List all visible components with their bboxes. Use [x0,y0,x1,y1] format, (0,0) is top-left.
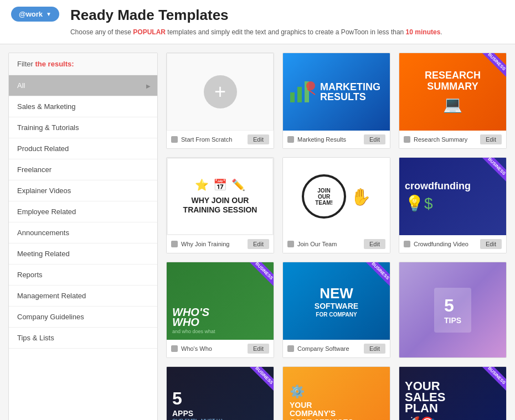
sidebar-item-guidelines[interactable]: Company Guidelines [9,307,157,328]
page-subtitle: Choose any of these POPULAR templates an… [70,27,504,37]
software-inner: NEW SOFTWAREFOR COMPANY [283,262,390,340]
card-software: BUSINESS NEW SOFTWAREFOR COMPANY Company… [282,262,390,358]
sales-rocket-icon: 🚀🎯 [405,416,435,420]
templates-grid-container: + Start From Scratch Edit [166,53,507,420]
card-scratch: + Start From Scratch Edit [166,53,274,149]
card-core-thumb: ⚙️ YOURCOMPANY'SCORE SERVICES [283,367,390,420]
card-training-title: Why Join Training [181,241,244,247]
card-apps: BUSINESS 5 APPS OUR EMPL. MUST HA... 5 M… [166,366,274,420]
card-research: BUSINESS RESEARCHSUMMARY 💻 Research Summ… [399,53,507,149]
card-apps-thumb: BUSINESS 5 APPS OUR EMPL. MUST HA... [167,367,274,420]
card-join: JOINOURTEAM! ✋ Join Our Team Edit [282,157,390,253]
play-icon-marketing [287,136,294,143]
core-gear-icon: ⚙️ [290,385,305,399]
sidebar-item-employee[interactable]: Employee Related [9,201,157,222]
calendar-icon: 📅 [213,178,227,191]
tips-box: 5 TIPS [434,288,471,333]
dropdown-arrow-icon: ▼ [46,11,51,17]
apps-word: APPS [172,409,193,418]
pencil-icon: ✏️ [231,178,245,191]
research-title: RESEARCHSUMMARY [425,70,481,92]
sidebar-item-all[interactable]: All [9,75,157,96]
play-icon [171,136,178,143]
card-core: ⚙️ YOURCOMPANY'SCORE SERVICES Core Servi… [282,366,390,420]
marketing-icon-area [287,76,318,108]
card-marketing-footer: Marketing Results Edit [283,131,390,148]
crowd-dollar-icon: 💡$ [405,194,433,212]
sidebar-item-sales[interactable]: Sales & Marketing [9,96,157,117]
sidebar-item-meeting[interactable]: Meeting Related [9,243,157,265]
sales-title-text: YOURSALESPLAN [405,381,445,413]
card-scratch-footer: Start From Scratch Edit [167,131,274,148]
card-scratch-edit-button[interactable]: Edit [248,134,269,144]
card-software-title: Company Software [297,345,360,352]
header-text-area: Ready Made Templates Choose any of these… [70,7,504,37]
card-tips-thumb: 5 TIPS [399,262,506,357]
tips-number: 5 [444,295,461,316]
marketing-text-area: MARKETINGRESULTS [320,82,385,102]
card-crowd-edit-button[interactable]: Edit [480,239,502,249]
play-icon-who [171,345,178,352]
sidebar-item-product[interactable]: Product Related [9,138,157,159]
crowd-title: crowdfunding [405,180,471,192]
join-hand-icon: ✋ [351,187,371,206]
card-crowd: BUSINESS crowdfunding 💡$ Crowdfunding Vi… [399,157,507,253]
sidebar-item-explainer[interactable]: Explainer Videos [9,180,157,201]
training-inner: ⭐ 📅 ✏️ WHY JOIN OURTRAINING SESSION [168,159,272,234]
card-sales: BUSINESS YOURSALESPLAN 🚀🎯 Your Sales Pla… [399,366,507,420]
sidebar-item-announcements[interactable]: Announcements [9,222,157,243]
research-inner: RESEARCHSUMMARY 💻 [399,53,506,131]
filter-label: Filter the results: [9,53,157,75]
card-training-thumb: ⭐ 📅 ✏️ WHY JOIN OURTRAINING SESSION [167,158,274,235]
card-software-thumb: BUSINESS NEW SOFTWAREFOR COMPANY [283,262,390,340]
card-join-edit-button[interactable]: Edit [364,239,385,249]
marketing-title: MARKETINGRESULTS [320,82,385,102]
card-scratch-thumb: + [167,53,274,131]
card-who-footer: Who's Who Edit [167,340,274,357]
play-icon-research [404,136,410,143]
filter-highlight: the results: [35,60,74,68]
core-inner: ⚙️ YOURCOMPANY'SCORE SERVICES [283,367,390,420]
training-title-text: WHY JOIN OURTRAINING SESSION [183,196,258,215]
highlight-popular: POPULAR [133,28,166,36]
card-marketing-edit-button[interactable]: Edit [364,134,385,144]
card-research-thumb: BUSINESS RESEARCHSUMMARY 💻 [399,53,506,131]
card-crowd-footer: Crowdfunding Video Edit [399,235,506,253]
play-icon-software [287,345,294,352]
card-marketing: MARKETINGRESULTS Marketing Results Edit [282,53,390,149]
plus-circle-icon: + [204,75,237,108]
tips-word: TIPS [444,316,461,325]
card-training-edit-button[interactable]: Edit [248,239,269,249]
svg-rect-1 [297,87,302,102]
card-research-title: Research Summary [414,136,477,143]
card-tips: 5 TIPS 5 Tips Edit [399,262,507,358]
logo-button[interactable]: @work ▼ [11,7,59,22]
who-subtitle: and who does what [172,329,215,334]
card-marketing-title: Marketing Results [297,136,360,143]
card-training: ⭐ 📅 ✏️ WHY JOIN OURTRAINING SESSION Why … [166,157,274,253]
main-content: Filter the results: All Sales & Marketin… [0,44,515,420]
card-who-thumb: BUSINESS WHO'SWHO and who does what [167,262,274,340]
card-join-thumb: JOINOURTEAM! ✋ [283,158,390,235]
software-label: SOFTWAREFOR COMPANY [315,302,358,318]
logo-label: @work [19,10,43,18]
sidebar-item-tips[interactable]: Tips & Lists [9,328,157,349]
join-inner: JOINOURTEAM! ✋ [283,158,390,235]
card-crowd-thumb: BUSINESS crowdfunding 💡$ [399,158,506,235]
page-header: @work ▼ Ready Made Templates Choose any … [0,0,515,44]
software-text-block: NEW SOFTWAREFOR COMPANY [315,285,358,318]
join-circle: JOINOURTEAM! [302,174,346,219]
card-training-footer: Why Join Training Edit [167,235,274,253]
core-title-text: YOURCOMPANY'SCORE SERVICES [290,401,353,420]
card-software-edit-button[interactable]: Edit [364,344,385,354]
sidebar-item-training[interactable]: Training & Tutorials [9,117,157,138]
templates-grid: + Start From Scratch Edit [166,53,507,420]
card-who-edit-button[interactable]: Edit [248,344,269,354]
sidebar-item-freelancer[interactable]: Freelancer [9,159,157,180]
card-join-footer: Join Our Team Edit [283,235,390,253]
sidebar-item-management[interactable]: Management Related [9,286,157,307]
card-research-edit-button[interactable]: Edit [480,134,502,144]
who-inner: WHO'SWHO and who does what [167,262,274,340]
play-icon-training [171,241,178,247]
sidebar-item-reports[interactable]: Reports [9,265,157,286]
